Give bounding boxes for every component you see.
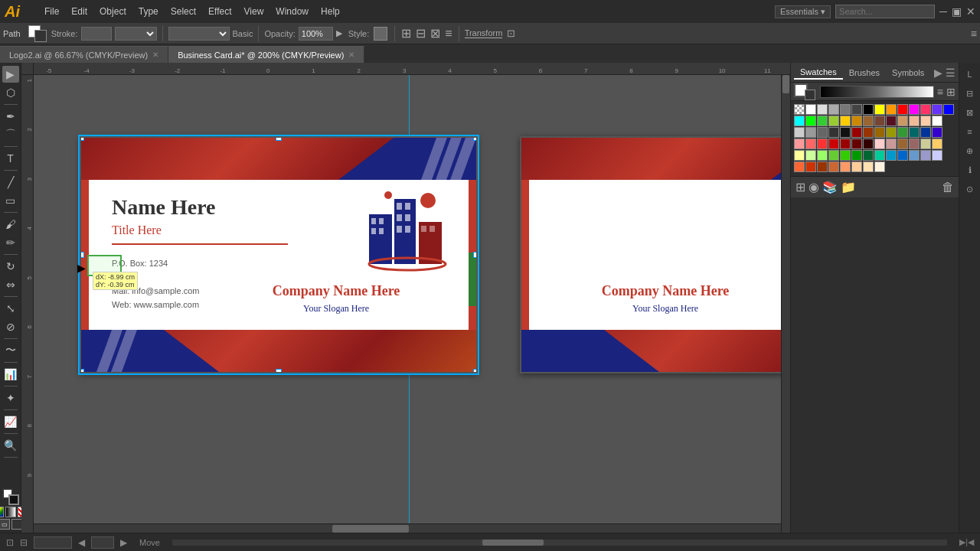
business-card-2-container[interactable]: Company Name Here Your Slogan Here xyxy=(520,136,790,373)
swatch-lavender[interactable] xyxy=(932,150,942,161)
swatch-violet[interactable] xyxy=(932,127,942,138)
bottom-scrollbar[interactable] xyxy=(172,540,947,546)
min-button[interactable]: ─ xyxy=(939,5,947,18)
swatch-darkgray2[interactable] xyxy=(828,127,839,138)
tab-logo2-close[interactable]: ✕ xyxy=(152,51,158,59)
stroke-fill-swatch[interactable] xyxy=(28,25,48,42)
fullscreen-btn[interactable] xyxy=(11,519,22,530)
swatch-lightyellow[interactable] xyxy=(932,139,942,149)
rotate-tool[interactable]: ↻ xyxy=(2,258,19,275)
swatch-purple[interactable] xyxy=(932,104,942,115)
handle-tl[interactable] xyxy=(80,136,84,141)
page-input[interactable]: 1 xyxy=(91,536,114,549)
swatch-verylightred[interactable] xyxy=(874,139,885,149)
swatch-green[interactable] xyxy=(805,116,816,126)
restore-button[interactable]: ▣ xyxy=(952,5,962,18)
swatch-tan[interactable] xyxy=(897,116,908,126)
workspace-dropdown[interactable]: Essentials ▾ xyxy=(775,5,831,18)
menu-select[interactable]: Select xyxy=(165,0,202,23)
handle-bl[interactable] xyxy=(80,369,84,373)
swatch-golden[interactable] xyxy=(840,116,851,126)
zoom-tool[interactable]: 🔍 xyxy=(2,437,19,454)
handle-br[interactable] xyxy=(473,369,478,373)
stroke-value[interactable] xyxy=(81,27,112,41)
swatch-darkorange2[interactable] xyxy=(863,127,874,138)
swatch-brightgreen[interactable] xyxy=(817,116,828,126)
swatch-brown[interactable] xyxy=(863,116,874,126)
delete-swatch-btn[interactable]: 🗑 xyxy=(942,181,954,194)
panel-options-icon[interactable]: ☰ xyxy=(946,67,956,79)
graph-tool[interactable]: 📊 xyxy=(2,366,19,383)
scrollbar-thumb-h[interactable] xyxy=(332,525,409,533)
screen-mode-btn[interactable]: ▭ xyxy=(0,519,10,530)
properties-panel-btn[interactable]: ℹ xyxy=(962,161,978,178)
menu-view[interactable]: View xyxy=(238,0,270,23)
symbol-library-btn[interactable]: 📚 xyxy=(822,180,838,194)
swatch-salmon[interactable] xyxy=(840,161,851,172)
layers-panel-btn[interactable]: L xyxy=(962,66,978,83)
swatch-grass[interactable] xyxy=(840,150,851,161)
blend-mode[interactable] xyxy=(168,27,230,41)
swatch-teal[interactable] xyxy=(909,127,920,138)
align-right-icon[interactable]: ⊠ xyxy=(430,26,440,41)
transform-panel-btn[interactable]: ⊠ xyxy=(962,104,978,121)
swatch-olive[interactable] xyxy=(886,127,897,138)
distribute-icon[interactable]: ≡ xyxy=(445,27,452,41)
new-swatch-btn[interactable]: ⊞ xyxy=(795,180,805,194)
pathfinder-panel-btn[interactable]: ⊕ xyxy=(962,142,978,159)
swatch-chartreuse[interactable] xyxy=(817,150,828,161)
swatch-lightgray2[interactable] xyxy=(794,127,805,138)
next-page-btn[interactable]: ▶ xyxy=(120,537,127,548)
swatch-folder-btn[interactable]: 📁 xyxy=(841,180,856,194)
menu-object[interactable]: Object xyxy=(93,0,132,23)
swatch-gray2[interactable] xyxy=(805,127,816,138)
swatch-sienna[interactable] xyxy=(897,139,908,149)
swatch-emerald[interactable] xyxy=(874,150,885,161)
warp-tool[interactable]: 〜 xyxy=(2,342,19,359)
curvature-tool[interactable]: ⌒ xyxy=(2,126,19,143)
shear-tool[interactable]: ⊘ xyxy=(2,318,19,335)
swatch-verydarkgreen[interactable] xyxy=(863,150,874,161)
appearance-panel-btn[interactable]: ⊙ xyxy=(962,181,978,197)
fill-stroke-indicator[interactable] xyxy=(2,488,19,505)
swatch-fg-bg[interactable] xyxy=(794,83,817,100)
tab-business-card[interactable]: Business Card.ai* @ 200% (CMYK/Preview) … xyxy=(168,46,364,63)
align-panel-btn[interactable]: ≡ xyxy=(962,123,978,140)
paintbrush-tool[interactable]: 🖌 xyxy=(2,216,19,233)
swatch-darkyellow[interactable] xyxy=(874,127,885,138)
panel-toggle[interactable]: ≡ xyxy=(971,28,977,40)
swatch-darkgreen[interactable] xyxy=(851,150,862,161)
scrollbar-vertical[interactable] xyxy=(781,75,790,533)
line-tool[interactable]: ╱ xyxy=(2,174,19,191)
symbol-tool[interactable]: ✦ xyxy=(2,390,19,406)
swatch-darkred[interactable] xyxy=(851,127,862,138)
swatch-warm-red[interactable] xyxy=(920,104,931,115)
swatch-lightred[interactable] xyxy=(805,139,816,149)
swatch-magenta[interactable] xyxy=(909,104,920,115)
swatch-gray80[interactable] xyxy=(851,104,862,115)
swatch-gray3[interactable] xyxy=(817,127,828,138)
swatch-lightgray[interactable] xyxy=(817,104,828,115)
grid-view-btn[interactable]: ⊞ xyxy=(946,86,956,98)
search-input[interactable] xyxy=(835,5,935,18)
menu-effect[interactable]: Effect xyxy=(202,0,237,23)
swatch-yellow[interactable] xyxy=(874,104,885,115)
handle-tc[interactable] xyxy=(276,136,282,141)
selection-tool[interactable]: ▶ xyxy=(2,66,19,83)
swatch-maroon[interactable] xyxy=(863,139,874,149)
handle-tr[interactable] xyxy=(473,136,478,141)
handle-mr[interactable] xyxy=(473,252,478,258)
swatch-burnt[interactable] xyxy=(817,161,828,172)
tab-logo2[interactable]: Logo2.ai @ 66.67% (CMYK/Preview) ✕ xyxy=(0,46,168,63)
swatch-peach[interactable] xyxy=(909,116,920,126)
swatch-redorange[interactable] xyxy=(805,161,816,172)
tab-business-card-close[interactable]: ✕ xyxy=(348,51,354,59)
business-card-1[interactable]: Name Here Title Here P.O. Box: 1234 0000… xyxy=(80,136,478,373)
swatch-cornflower[interactable] xyxy=(909,150,920,161)
swatch-gray60[interactable] xyxy=(840,104,851,115)
swatch-cyan[interactable] xyxy=(794,116,805,126)
swatch-periwinkle[interactable] xyxy=(920,150,931,161)
swatch-darkred2[interactable] xyxy=(840,139,851,149)
color-mode-btn[interactable] xyxy=(0,507,4,517)
swatch-white[interactable] xyxy=(805,104,816,115)
